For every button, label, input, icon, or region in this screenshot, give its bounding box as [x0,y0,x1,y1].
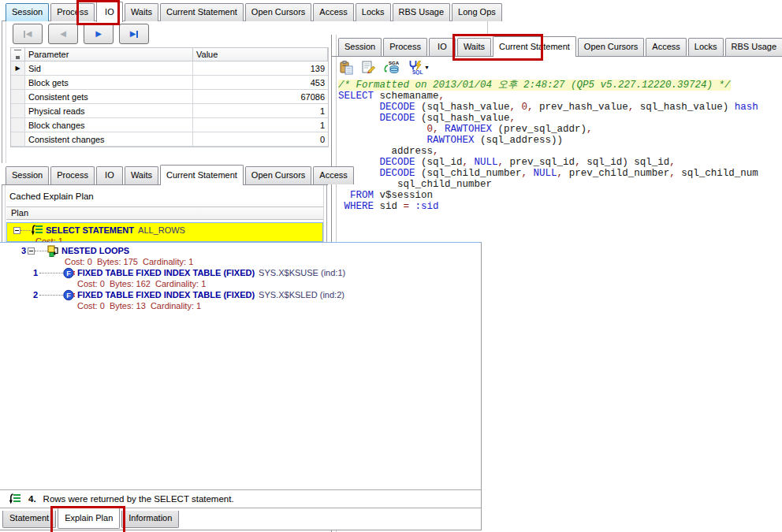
column-header-value[interactable]: Value [193,48,328,61]
row-selector-cell[interactable]: ▶ [11,61,25,76]
tree-connector [39,295,63,296]
first-record-button[interactable]: ◀ [13,24,43,44]
tab-locks[interactable]: Locks [688,38,724,56]
plan-node-option: ALL_ROWS [138,225,185,235]
parameter-cell: Block gets [25,76,193,90]
sql-line: DECODE (sql_hash_value, 0, prev_hash_val… [338,102,782,113]
sql-line: 0, RAWTOHEX (prev_sql_addr), [338,124,782,135]
plan-step-number: 2 [28,290,38,299]
tab-process[interactable]: Process [50,3,95,21]
panel-border-line [5,184,6,251]
tab-access[interactable]: Access [313,3,353,21]
plan-tree-node[interactable]: 3NESTED LOOPS [0,245,345,256]
tab-io[interactable]: IO [96,166,123,184]
edit-sql-icon[interactable] [361,60,376,75]
sql-line: address, [338,146,782,157]
tab-current-statement[interactable]: Current Statement [493,36,576,57]
sga-icon[interactable]: SGA [383,60,400,75]
column-header-parameter[interactable]: Parameter [25,48,193,61]
plan-tree-node[interactable]: 2FFIXED TABLE FIXED INDEX TABLE (FIXED)S… [0,289,345,300]
row-selector-cell[interactable] [11,90,25,104]
tab-current-statement[interactable]: Current Statement [160,3,244,21]
dropdown-arrow-icon[interactable]: ▼ [424,65,430,70]
parameter-cell: Physical reads [25,104,193,118]
sql-line: DECODE (sql_id, NULL, prev_sql_id, sql_i… [338,157,782,168]
tab-open-cursors[interactable]: Open Cursors [578,38,644,56]
panel-border-line [323,184,324,251]
svg-text:SGA: SGA [389,61,400,65]
sql-line: RAWTOHEX (sql_address)) [338,135,782,146]
tab-current-statement[interactable]: Current Statement [160,165,244,185]
sql-line: DECODE (sql_child_number, NULL, prev_chi… [338,168,782,179]
tree-connector [20,230,32,231]
tab-rbs-usage[interactable]: RBS Usage [393,3,450,21]
tab-io[interactable]: IO [96,2,123,22]
sql-line: SELECT schemaname, [338,91,782,102]
value-cell: 453 [193,76,328,90]
tab-session[interactable]: Session [6,3,49,21]
tab-process[interactable]: Process [50,166,95,184]
tab-session[interactable]: Session [338,38,382,56]
statement-window-tabbar: SessionProcessIOWaitsCurrent StatementOp… [338,37,782,56]
tab-waits[interactable]: Waits [457,38,491,56]
tab-open-cursors[interactable]: Open Cursors [245,3,311,21]
plan-node-label: NESTED LOOPS [61,246,129,255]
value-cell: 0 [193,132,328,147]
parameter-cell: Consistent gets [25,90,193,104]
tab-access[interactable]: Access [646,38,686,56]
panel-border-line [6,21,6,164]
tab-open-cursors[interactable]: Open Cursors [245,166,311,184]
tab-explain-plan[interactable]: Explain Plan [58,508,120,529]
tab-rbs-usage[interactable]: RBS Usage [725,38,782,56]
row-selector-cell[interactable] [11,104,25,118]
io-parameter-table: ParameterValue▶Sid139Block gets453Consis… [10,47,329,147]
tab-waits[interactable]: Waits [125,3,158,21]
grid-menu-icon [14,50,21,56]
table-row[interactable]: Block changes1 [11,118,328,132]
plan-node-cost: Cost: 0 Bytes: 175 Cardinality: 1 [65,256,345,267]
tab-waits[interactable]: Waits [125,166,158,184]
tab-long-ops[interactable]: Long Ops [452,3,502,21]
active-row-indicator-icon: ▶ [15,65,20,72]
collapse-node-icon[interactable] [28,247,35,255]
prev-record-button[interactable]: ◀ [48,24,78,44]
select-statement-icon [9,493,21,505]
sql-line: FROM v$session [338,190,782,201]
next-record-button[interactable]: ▶ [84,24,114,44]
row-selector-cell[interactable] [11,118,25,132]
row-selector-cell[interactable] [11,132,25,147]
plan-tree-node[interactable]: 1FFIXED TABLE FIXED INDEX TABLE (FIXED)S… [0,267,345,278]
tab-io[interactable]: IO [429,38,456,56]
table-row[interactable]: Consistent gets67086 [11,90,328,104]
table-row[interactable]: Consistent changes0 [11,132,328,147]
table-row[interactable]: ▶Sid139 [11,61,328,76]
table-row[interactable]: Block gets453 [11,76,328,90]
tab-statement[interactable]: Statement [2,511,56,528]
row-selector-cell[interactable] [11,76,25,90]
plan-bottom-tabbar: StatementExplain PlanInformation [2,511,181,531]
plan-root-node-selected[interactable]: SELECT STATEMENT ALL_ROWS Cost: 1 [6,222,323,242]
parameter-cell: Consistent changes [25,132,193,147]
tab-locks[interactable]: Locks [356,3,391,21]
tab-session[interactable]: Session [6,166,49,184]
row-selector-header[interactable] [11,48,25,61]
tab-process[interactable]: Process [383,38,427,56]
svg-text:SQL: SQL [412,69,423,75]
sql-line: WHERE sid = :sid [338,201,782,212]
paste-icon[interactable] [339,60,354,75]
nested-loops-icon [47,245,59,257]
sql-tuning-icon[interactable]: SQL▼ [408,60,430,75]
tab-information[interactable]: Information [121,511,179,528]
plan-node-cost: Cost: 0 Bytes: 162 Cardinality: 1 [77,278,345,289]
tab-access[interactable]: Access [313,166,353,184]
fixed-table-icon: F [63,289,75,301]
table-header-row: ParameterValue [11,48,328,61]
collapse-node-icon[interactable] [13,227,20,234]
plan-node-cost: Cost: 0 Bytes: 13 Cardinality: 1 [77,300,345,311]
last-record-button[interactable]: ▶ [119,24,149,44]
status-text: Rows were returned by the SELECT stateme… [43,494,234,504]
plan-status-bar: 4. Rows were returned by the SELECT stat… [0,489,481,508]
select-statement-icon [32,225,43,236]
plan-step-number: 1 [28,268,38,277]
table-row[interactable]: Physical reads1 [11,104,328,118]
